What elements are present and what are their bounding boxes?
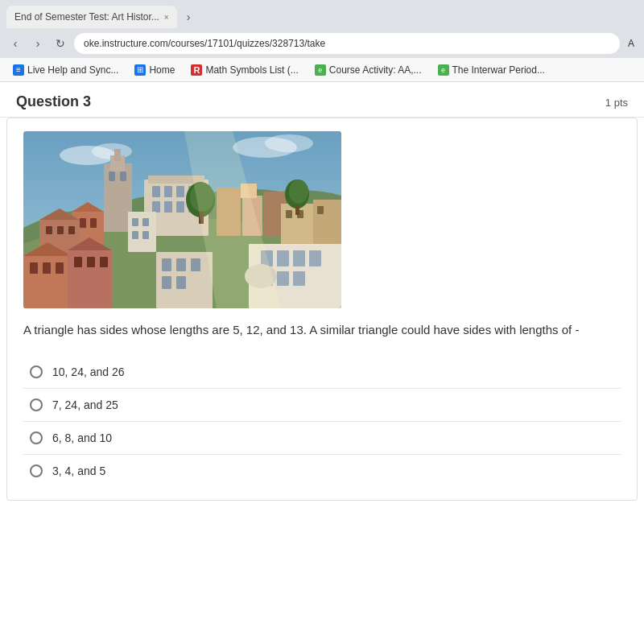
svg-rect-55 (277, 271, 289, 286)
svg-rect-67 (100, 257, 108, 267)
bookmark-home-label: Home (149, 64, 175, 76)
svg-rect-31 (57, 226, 64, 234)
svg-rect-66 (87, 257, 95, 267)
bookmark-live-help[interactable]: ≡ Live Help and Sync... (6, 63, 125, 77)
back-button[interactable]: ‹ (6, 35, 24, 52)
svg-rect-48 (295, 205, 299, 215)
home-icon: ⊞ (134, 64, 146, 76)
address-bar-row: ‹ › ↻ oke.instructure.com/courses/17101/… (0, 29, 644, 58)
browser-chrome: End of Semester Test: Art Histor... × › … (0, 0, 644, 82)
points-badge: 1 pts (605, 93, 628, 109)
profile-button[interactable]: A (625, 38, 638, 49)
svg-rect-11 (152, 201, 160, 213)
question-container: Question 3 1 pts (0, 82, 644, 501)
svg-rect-65 (74, 257, 82, 267)
svg-rect-35 (142, 218, 149, 226)
svg-rect-7 (152, 186, 160, 197)
svg-rect-42 (317, 206, 324, 214)
tab-close[interactable]: × (164, 13, 169, 22)
svg-rect-8 (164, 186, 172, 197)
answer-option-3[interactable]: 6, 8, and 10 (23, 422, 621, 455)
answer-option-4[interactable]: 3, 4, and 5 (23, 455, 621, 487)
question-header: Question 3 1 pts (0, 82, 644, 118)
radio-2[interactable] (30, 398, 43, 411)
answer-label-3: 6, 8, and 10 (52, 431, 112, 444)
svg-rect-62 (56, 262, 64, 274)
svg-rect-73 (176, 276, 186, 289)
answer-label-4: 3, 4, and 5 (52, 464, 105, 477)
tab-bar: End of Semester Test: Art Histor... × › (0, 0, 644, 29)
svg-rect-60 (30, 262, 38, 274)
refresh-button[interactable]: ↻ (52, 35, 69, 52)
page-content: Question 3 1 pts (0, 82, 644, 644)
svg-rect-19 (120, 171, 126, 181)
course-activity-icon: e (315, 64, 326, 76)
answer-options: 10, 24, and 26 7, 24, and 25 6, 8, and 1… (23, 356, 621, 487)
bookmark-course-activity[interactable]: e Course Activity: AA,... (308, 63, 428, 77)
math-symbols-icon: R (191, 64, 202, 76)
svg-rect-30 (46, 226, 52, 234)
tab-semester-label: End of Semester Test: Art Histor... (14, 11, 159, 23)
question-title: Question 3 (16, 93, 91, 110)
answer-option-2[interactable]: 7, 24, and 25 (23, 389, 621, 422)
address-text: oke.instructure.com/courses/17101/quizze… (84, 38, 325, 49)
bookmark-math-symbols[interactable]: R Math Symbols List (... (184, 63, 304, 77)
svg-rect-71 (191, 258, 200, 271)
radio-3[interactable] (30, 431, 43, 444)
radio-4[interactable] (30, 464, 43, 477)
question-text: A triangle has sides whose lengths are 5… (23, 321, 621, 340)
svg-rect-32 (68, 226, 75, 234)
svg-rect-37 (142, 231, 149, 239)
answer-option-1[interactable]: 10, 24, and 26 (23, 356, 621, 389)
svg-rect-15 (104, 163, 132, 232)
bookmark-interwar[interactable]: e The Interwar Period... (431, 63, 551, 77)
question-image-container (23, 131, 621, 308)
live-help-icon: ≡ (13, 64, 24, 76)
svg-rect-40 (286, 210, 292, 218)
answer-label-2: 7, 24, and 25 (52, 398, 118, 411)
svg-rect-9 (176, 186, 184, 197)
svg-rect-18 (109, 171, 115, 181)
bookmark-math-symbols-label: Math Symbols List (... (205, 64, 298, 76)
svg-rect-53 (309, 250, 321, 266)
radio-1[interactable] (30, 365, 43, 378)
bookmarks-bar: ≡ Live Help and Sync... ⊞ Home R Math Sy… (0, 58, 644, 82)
bookmark-home[interactable]: ⊞ Home (128, 63, 181, 77)
bookmark-interwar-label: The Interwar Period... (452, 64, 545, 76)
svg-rect-27 (90, 218, 97, 228)
svg-rect-36 (132, 231, 138, 239)
tab-semester[interactable]: End of Semester Test: Art Histor... × (6, 6, 177, 28)
bookmark-live-help-label: Live Help and Sync... (27, 64, 118, 76)
svg-rect-51 (277, 250, 289, 266)
question-image (23, 131, 341, 308)
forward-button[interactable]: › (29, 35, 47, 52)
bookmark-course-activity-label: Course Activity: AA,... (329, 64, 422, 76)
svg-rect-69 (162, 258, 171, 271)
interwar-icon: e (438, 64, 449, 76)
svg-rect-56 (293, 271, 305, 286)
svg-rect-70 (176, 258, 186, 271)
address-bar[interactable]: oke.instructure.com/courses/17101/quizze… (74, 33, 620, 54)
svg-point-4 (265, 134, 313, 152)
answer-label-1: 10, 24, and 26 (52, 365, 125, 378)
svg-rect-26 (80, 218, 86, 228)
svg-point-47 (289, 180, 308, 204)
question-body: A triangle has sides whose lengths are 5… (6, 118, 638, 501)
svg-rect-34 (132, 218, 138, 226)
svg-rect-72 (162, 276, 171, 289)
svg-rect-12 (164, 201, 172, 213)
svg-rect-17 (114, 149, 121, 161)
tab-next-arrow[interactable]: › (180, 7, 197, 27)
svg-rect-61 (43, 262, 51, 274)
svg-rect-13 (176, 201, 184, 213)
svg-rect-52 (293, 250, 305, 266)
